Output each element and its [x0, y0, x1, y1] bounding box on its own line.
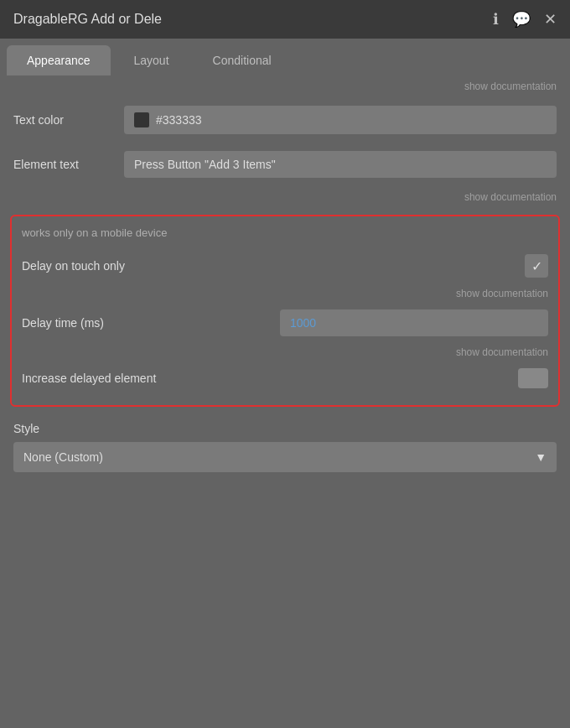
increase-delayed-toggle[interactable] — [518, 368, 548, 388]
show-documentation-element[interactable]: show documentation — [0, 186, 570, 208]
text-color-label: Text color — [13, 113, 114, 127]
mobile-note: works only on a mobile device — [22, 226, 548, 239]
element-text-input[interactable] — [124, 151, 557, 178]
delay-time-label: Delay time (ms) — [22, 316, 270, 330]
increase-delayed-label: Increase delayed element — [22, 372, 508, 385]
show-documentation-delay-touch[interactable]: show documentation — [22, 284, 548, 303]
delay-touch-checkbox[interactable]: ✓ — [525, 254, 548, 278]
delay-time-row: Delay time (ms) — [22, 303, 548, 343]
mobile-section: works only on a mobile device Delay on t… — [10, 215, 560, 407]
window-title: DragableRG Add or Dele — [13, 12, 162, 27]
element-text-row: Element text — [0, 143, 570, 186]
increase-delayed-row: Increase delayed element — [22, 361, 548, 395]
delay-touch-label: Delay on touch only — [22, 259, 515, 273]
text-color-row: Text color #333333 — [0, 97, 570, 143]
style-section: Style None (Custom) ▼ — [0, 413, 570, 481]
show-documentation-delay-time[interactable]: show documentation — [22, 343, 548, 361]
chevron-down-icon: ▼ — [535, 450, 547, 464]
text-color-value: #333333 — [156, 113, 202, 127]
text-color-input[interactable]: #333333 — [124, 106, 557, 134]
style-select[interactable]: None (Custom) ▼ — [13, 442, 557, 472]
close-icon[interactable]: ✕ — [544, 10, 557, 29]
tab-appearance[interactable]: Appearance — [7, 45, 111, 75]
delay-touch-row: Delay on touch only ✓ — [22, 247, 548, 284]
tab-layout[interactable]: Layout — [114, 45, 189, 75]
title-bar: DragableRG Add or Dele ℹ 💬 ✕ — [0, 0, 570, 39]
info-icon[interactable]: ℹ — [493, 10, 499, 29]
color-swatch — [134, 112, 149, 127]
show-documentation-top[interactable]: show documentation — [0, 75, 570, 97]
style-select-value: None (Custom) — [23, 450, 103, 464]
style-label: Style — [13, 422, 557, 435]
tab-conditional[interactable]: Conditional — [193, 45, 292, 75]
element-text-label: Element text — [13, 158, 114, 171]
title-bar-icons: ℹ 💬 ✕ — [493, 10, 557, 29]
content-area: show documentation Text color #333333 El… — [0, 75, 570, 728]
delay-time-input[interactable] — [280, 309, 548, 336]
checkmark-icon: ✓ — [531, 258, 542, 274]
window: DragableRG Add or Dele ℹ 💬 ✕ Appearance … — [0, 0, 570, 728]
tabs: Appearance Layout Conditional — [0, 39, 570, 75]
comment-icon[interactable]: 💬 — [512, 10, 531, 29]
